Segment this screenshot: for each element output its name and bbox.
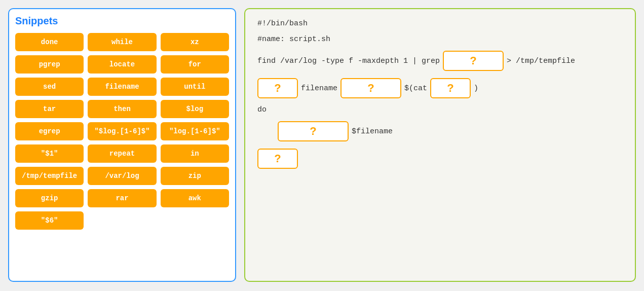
filename-text: filename <box>301 84 337 93</box>
snippet-btn-tmptempfile[interactable]: /tmp/tempfile <box>15 167 84 185</box>
find-command: find /var/log -type f -maxdepth 1 | grep <box>257 57 440 65</box>
snippet-btn-1[interactable]: "$1" <box>15 144 84 163</box>
code-line-1: #!/bin/bash <box>257 19 623 28</box>
redirect-text: > /tmp/tempfile <box>507 57 575 65</box>
cat-command: $(cat <box>404 84 427 93</box>
snippet-btn-rar[interactable]: rar <box>88 189 156 207</box>
snippet-btn-zip[interactable]: zip <box>161 167 229 185</box>
snippet-btn-done[interactable]: done <box>15 33 84 51</box>
snippet-btn-pgrep[interactable]: pgrep <box>15 55 84 74</box>
snippet-btn-gzip[interactable]: gzip <box>15 189 84 207</box>
do-keyword: do <box>257 105 267 114</box>
blank-6[interactable]: ? <box>257 149 298 169</box>
snippet-btn-in[interactable]: in <box>161 144 229 163</box>
snippets-panel: Snippets donewhilexzpgreplocateforsedfil… <box>8 8 236 282</box>
code-line-2: #name: script.sh <box>257 35 623 44</box>
snippet-btn-xz[interactable]: xz <box>161 33 229 51</box>
blank-2[interactable]: ? <box>257 78 298 98</box>
blank-4[interactable]: ? <box>430 78 471 98</box>
shebang: #!/bin/bash <box>257 19 308 28</box>
code-line-6: ? $filename <box>257 121 623 141</box>
code-panel: #!/bin/bash #name: script.sh find /var/l… <box>244 8 636 282</box>
snippets-title: Snippets <box>15 15 229 27</box>
snippet-btn-log[interactable]: $log <box>161 100 229 118</box>
code-line-4: ? filename ? $(cat ? ) <box>257 78 623 98</box>
snippet-btn-awk[interactable]: awk <box>161 189 229 207</box>
dollar-filename: $filename <box>352 127 393 136</box>
snippet-btn-repeat[interactable]: repeat <box>88 144 156 163</box>
snippet-btn-locate[interactable]: locate <box>88 55 156 74</box>
snippet-btn-for[interactable]: for <box>161 55 229 74</box>
snippet-btn-log16[interactable]: "$log.[1-6]$" <box>88 122 156 140</box>
blank-1[interactable]: ? <box>443 51 504 71</box>
snippet-btn-until[interactable]: until <box>161 78 229 96</box>
snippet-btn-egrep[interactable]: egrep <box>15 122 84 140</box>
close-paren: ) <box>474 84 478 93</box>
code-line-7: ? <box>257 149 623 169</box>
snippet-btn-6[interactable]: "$6" <box>15 211 84 230</box>
blank-5[interactable]: ? <box>278 121 349 141</box>
snippet-btn-tar[interactable]: tar <box>15 100 84 118</box>
main-container: Snippets donewhilexzpgreplocateforsedfil… <box>8 8 636 282</box>
snippet-btn-filename[interactable]: filename <box>88 78 156 96</box>
snippet-btn-log16[interactable]: "log.[1-6]$" <box>161 122 229 140</box>
snippet-btn-varlog[interactable]: /var/log <box>88 167 156 185</box>
blank-3[interactable]: ? <box>340 78 401 98</box>
snippet-btn-while[interactable]: while <box>88 33 156 51</box>
script-name-comment: #name: script.sh <box>257 35 330 44</box>
snippet-btn-sed[interactable]: sed <box>15 78 84 96</box>
code-line-3: find /var/log -type f -maxdepth 1 | grep… <box>257 51 623 71</box>
snippets-grid: donewhilexzpgreplocateforsedfilenameunti… <box>15 33 229 230</box>
code-line-5: do <box>257 105 623 114</box>
snippet-btn-then[interactable]: then <box>88 100 156 118</box>
